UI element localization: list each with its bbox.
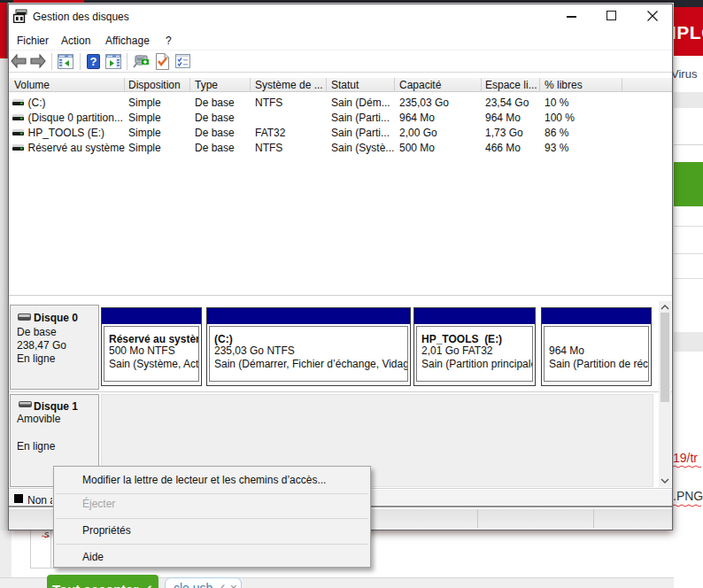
svg-text:?: ?: [90, 55, 97, 68]
